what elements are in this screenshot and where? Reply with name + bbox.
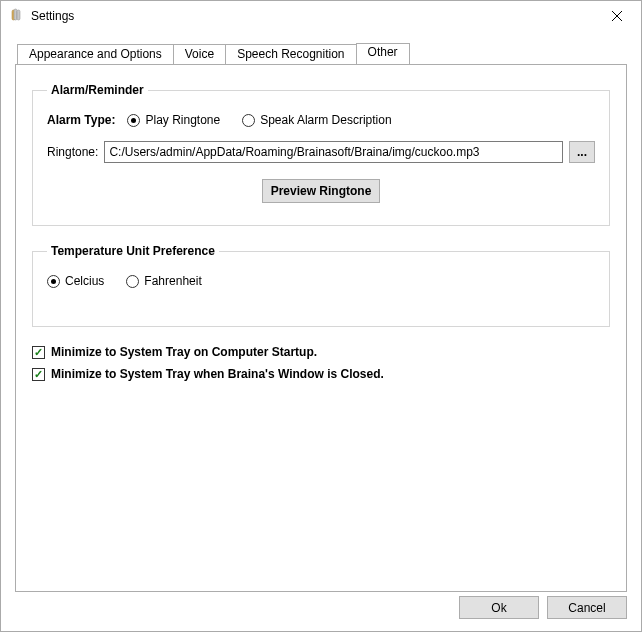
close-button[interactable] bbox=[594, 2, 639, 31]
checkbox-icon bbox=[32, 346, 45, 359]
footer-buttons: Ok Cancel bbox=[459, 596, 627, 619]
alarm-type-label: Alarm Type: bbox=[47, 113, 115, 127]
app-icon bbox=[9, 8, 25, 24]
tab-speech[interactable]: Speech Recognition bbox=[225, 44, 356, 65]
radio-play-ringtone[interactable]: Play Ringtone bbox=[127, 113, 220, 127]
radio-fahrenheit[interactable]: Fahrenheit bbox=[126, 274, 201, 288]
client-area: Appearance and Options Voice Speech Reco… bbox=[1, 31, 641, 606]
preview-ringtone-button[interactable]: Preview Ringtone bbox=[262, 179, 381, 203]
tab-appearance[interactable]: Appearance and Options bbox=[17, 44, 174, 65]
alarm-legend: Alarm/Reminder bbox=[47, 83, 148, 97]
ringtone-label: Ringtone: bbox=[47, 145, 98, 159]
radio-label: Speak Alarm Description bbox=[260, 113, 391, 127]
checkbox-label: Minimize to System Tray when Braina's Wi… bbox=[51, 367, 384, 381]
radio-icon bbox=[47, 275, 60, 288]
cancel-button[interactable]: Cancel bbox=[547, 596, 627, 619]
radio-label: Fahrenheit bbox=[144, 274, 201, 288]
radio-icon bbox=[127, 114, 140, 127]
radio-speak-desc[interactable]: Speak Alarm Description bbox=[242, 113, 391, 127]
ok-button[interactable]: Ok bbox=[459, 596, 539, 619]
tab-panel-other: Alarm/Reminder Alarm Type: Play Ringtone… bbox=[15, 64, 627, 592]
ringtone-row: Ringtone: ... bbox=[47, 141, 595, 163]
checkbox-label: Minimize to System Tray on Computer Star… bbox=[51, 345, 317, 359]
radio-celcius[interactable]: Celcius bbox=[47, 274, 104, 288]
temperature-legend: Temperature Unit Preference bbox=[47, 244, 219, 258]
svg-rect-2 bbox=[17, 10, 20, 20]
checkbox-minimize-closed[interactable]: Minimize to System Tray when Braina's Wi… bbox=[32, 367, 610, 381]
browse-button[interactable]: ... bbox=[569, 141, 595, 163]
radio-icon bbox=[126, 275, 139, 288]
titlebar: Settings bbox=[1, 1, 641, 31]
checkbox-icon bbox=[32, 368, 45, 381]
alarm-type-row: Alarm Type: Play Ringtone Speak Alarm De… bbox=[47, 113, 595, 127]
tab-voice[interactable]: Voice bbox=[173, 44, 226, 65]
temp-row: Celcius Fahrenheit bbox=[47, 274, 595, 288]
tab-other[interactable]: Other bbox=[356, 43, 410, 64]
radio-icon bbox=[242, 114, 255, 127]
tabs: Appearance and Options Voice Speech Reco… bbox=[15, 43, 627, 64]
preview-row: Preview Ringtone bbox=[47, 179, 595, 203]
checkbox-minimize-startup[interactable]: Minimize to System Tray on Computer Star… bbox=[32, 345, 610, 359]
ringtone-path-input[interactable] bbox=[104, 141, 563, 163]
svg-rect-1 bbox=[14, 9, 17, 20]
temperature-group: Temperature Unit Preference Celcius Fahr… bbox=[32, 244, 610, 327]
alarm-group: Alarm/Reminder Alarm Type: Play Ringtone… bbox=[32, 83, 610, 226]
settings-window: Settings Appearance and Options Voice Sp… bbox=[0, 0, 642, 632]
window-title: Settings bbox=[31, 9, 594, 23]
radio-label: Celcius bbox=[65, 274, 104, 288]
radio-label: Play Ringtone bbox=[145, 113, 220, 127]
